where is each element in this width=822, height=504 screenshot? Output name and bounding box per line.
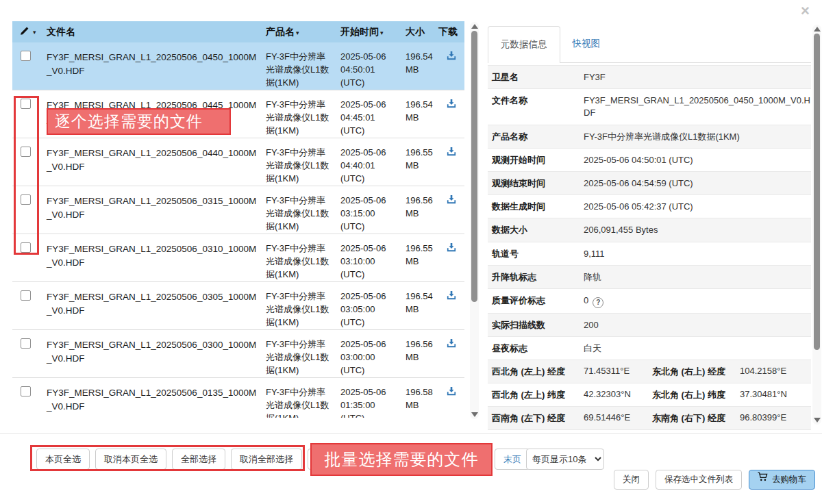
scroll-down-arrow-icon[interactable] (471, 412, 478, 417)
scrollbar-thumb[interactable] (814, 34, 820, 350)
start-time: 2025-05-06 04:50:01 (UTC) (340, 51, 406, 90)
table-row[interactable]: FY3F_MERSI_GRAN_L1_20250506_0310_1000M_V… (12, 234, 464, 282)
table-scrollbar[interactable] (470, 22, 479, 419)
metadata-value: 69.51446°E (584, 412, 652, 423)
file-size: 196.54 MB (406, 290, 438, 329)
table-row[interactable]: FY3F_MERSI_GRAN_L1_20250506_0450_1000M_V… (12, 42, 464, 90)
file-size: 196.55 MB (406, 242, 438, 281)
product-name: FY-3F中分辨率光谱成像仪L1数据(1KM) (266, 51, 340, 90)
scroll-up-arrow-icon[interactable] (814, 27, 821, 32)
column-header-product[interactable]: 产品名▾ (266, 26, 340, 38)
detail-tabs: 元数据信息 快视图 (488, 26, 811, 63)
metadata-table: 卫星名FY3F文件名称FY3F_MERSI_GRAN_L1_20250506_0… (488, 65, 811, 430)
start-time: 2025-05-06 03:10:00 (UTC) (340, 242, 406, 281)
metadata-label: 数据大小 (488, 224, 584, 236)
metadata-row: 文件名称FY3F_MERSI_GRAN_L1_20250506_0450_100… (488, 89, 811, 125)
pencil-icon (19, 26, 29, 38)
download-icon[interactable] (447, 194, 456, 208)
product-name: FY-3F中分辨率光谱成像仪L1数据(1KM) (266, 194, 340, 234)
metadata-label: 质量评价标志 (488, 294, 584, 307)
go-to-cart-button[interactable]: 去购物车 (749, 470, 815, 490)
metadata-value: 206,091,455 Bytes (584, 224, 811, 236)
file-name: FY3F_MERSI_GRAN_L1_20250506_0440_1000M_V… (47, 147, 266, 186)
file-name: FY3F_MERSI_GRAN_L1_20250506_0450_1000M_V… (47, 51, 266, 90)
metadata-label: 东北角 (右上) 纬度 (652, 389, 740, 401)
product-name: FY-3F中分辨率光谱成像仪L1数据(1KM) (266, 99, 340, 138)
row-checkbox[interactable] (21, 338, 31, 349)
download-icon[interactable] (447, 99, 456, 112)
metadata-value: FY3F (584, 71, 811, 84)
file-name: FY3F_MERSI_GRAN_L1_20250506_0135_1000M_V… (47, 386, 266, 418)
table-row[interactable]: FY3F_MERSI_GRAN_L1_20250506_0315_1000M_V… (12, 186, 464, 234)
metadata-value: 104.2158°E (740, 366, 811, 376)
file-table-body: FY3F_MERSI_GRAN_L1_20250506_0450_1000M_V… (12, 42, 464, 418)
start-time: 2025-05-06 03:15:00 (UTC) (340, 194, 406, 234)
metadata-row: 卫星名FY3F (488, 66, 811, 89)
download-icon[interactable] (447, 386, 456, 400)
metadata-value: 白天 (584, 342, 811, 355)
row-checkbox[interactable] (21, 386, 31, 396)
download-icon[interactable] (447, 290, 456, 304)
download-icon[interactable] (447, 51, 456, 64)
metadata-row: 数据大小206,091,455 Bytes (488, 218, 811, 242)
scroll-down-arrow-icon[interactable] (814, 418, 821, 423)
metadata-value: FY3F_MERSI_GRAN_L1_20250506_0450_1000M_V… (584, 94, 811, 119)
metadata-value: 2025-05-06 05:42:37 (UTC) (584, 201, 811, 213)
metadata-label: 东南角 (右下) 经度 (652, 412, 740, 425)
save-selected-list-button[interactable]: 保存选中文件列表 (656, 470, 742, 490)
metadata-label: 西南角 (左下) 经度 (488, 412, 584, 425)
annotation-batch-select-label: 批量选择需要的文件 (310, 443, 493, 476)
start-time: 2025-05-06 04:45:01 (UTC) (340, 99, 406, 138)
metadata-label: 东北角 (右上) 经度 (652, 366, 740, 378)
column-header-start-time[interactable]: 开始时间▾ (340, 26, 406, 38)
edit-select-dropdown[interactable]: ▾ (12, 26, 47, 38)
metadata-value: 降轨 (584, 271, 811, 284)
metadata-row: 西北角 (左上) 纬度42.32303°N东北角 (右上) 纬度37.30481… (488, 383, 811, 407)
chevron-down-icon: ▾ (296, 29, 299, 36)
column-header-size: 大小 (406, 26, 438, 38)
metadata-label: 西北角 (左上) 经度 (488, 366, 584, 378)
metadata-value: 0? (584, 294, 811, 308)
close-icon[interactable]: × (801, 2, 810, 20)
table-row[interactable]: FY3F_MERSI_GRAN_L1_20250506_0305_1000M_V… (12, 282, 464, 330)
download-icon[interactable] (447, 338, 456, 352)
metadata-value: 2025-05-06 04:54:59 (UTC) (584, 177, 811, 190)
metadata-label: 轨道号 (488, 248, 584, 260)
table-row[interactable]: FY3F_MERSI_GRAN_L1_20250506_0300_1000M_V… (12, 330, 464, 378)
row-checkbox[interactable] (21, 290, 31, 301)
metadata-label: 昼夜标志 (488, 342, 584, 355)
product-name: FY-3F中分辨率光谱成像仪L1数据(1KM) (266, 338, 340, 377)
annotation-checkbox-highlight-rect (14, 96, 39, 255)
download-icon[interactable] (447, 147, 456, 160)
metadata-value: FY-3F中分辨率光谱成像仪L1数据(1KM) (584, 131, 811, 143)
tab-metadata[interactable]: 元数据信息 (488, 26, 560, 63)
start-time: 2025-05-06 01:35:00 (UTC) (340, 386, 406, 418)
product-name: FY-3F中分辨率光谱成像仪L1数据(1KM) (266, 242, 340, 281)
chevron-down-icon: ▾ (380, 29, 384, 36)
download-icon[interactable] (447, 242, 456, 256)
file-size: 196.54 MB (406, 51, 438, 90)
metadata-row: 产品名称FY-3F中分辨率光谱成像仪L1数据(1KM) (488, 125, 811, 149)
detail-scrollbar[interactable] (812, 25, 821, 425)
metadata-label: 数据生成时间 (488, 201, 584, 213)
page-size-select[interactable]: 每页显示10条 (526, 449, 604, 470)
file-name: FY3F_MERSI_GRAN_L1_20250506_0305_1000M_V… (47, 290, 266, 329)
column-header-filename: 文件名 (47, 26, 266, 38)
metadata-row: 观测结束时间2025-05-06 04:54:59 (UTC) (488, 172, 811, 195)
metadata-value: 200 (584, 319, 811, 331)
table-row[interactable]: FY3F_MERSI_GRAN_L1_20250506_0440_1000M_V… (12, 138, 464, 186)
scroll-up-arrow-icon[interactable] (471, 24, 478, 29)
close-button[interactable]: 关闭 (614, 470, 649, 490)
scrollbar-thumb[interactable] (471, 31, 477, 302)
metadata-row: 数据生成时间2025-05-06 05:42:37 (UTC) (488, 195, 811, 218)
help-icon[interactable]: ? (593, 297, 603, 308)
last-page-button[interactable]: 末页 (495, 449, 530, 470)
metadata-value: 96.80399°E (740, 412, 811, 423)
table-row[interactable]: FY3F_MERSI_GRAN_L1_20250506_0135_1000M_V… (12, 378, 464, 418)
metadata-value: 71.45311°E (584, 366, 652, 376)
cart-icon (758, 470, 768, 489)
metadata-row: 实际扫描线数200 (488, 314, 811, 337)
tab-quickview[interactable]: 快视图 (560, 26, 613, 62)
annotation-single-select-label: 逐个选择需要的文件 (47, 108, 231, 135)
row-checkbox[interactable] (21, 51, 31, 61)
